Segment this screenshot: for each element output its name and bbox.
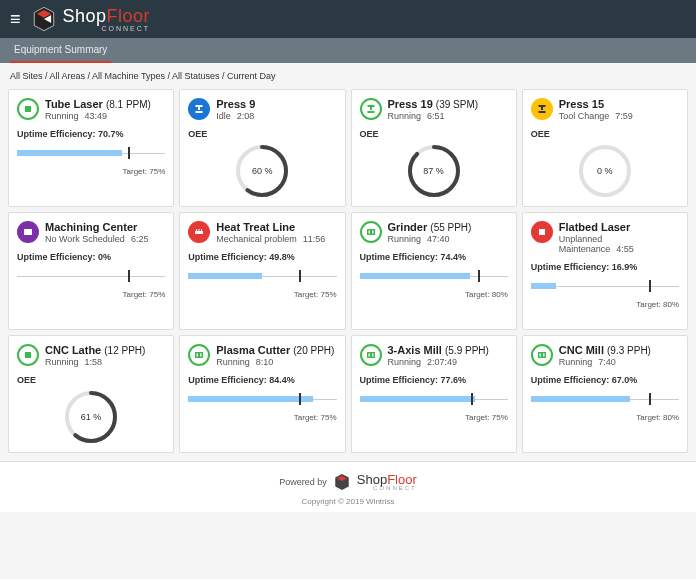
equipment-status: Mechanical problem11:56 (216, 234, 336, 244)
card-header: CNC Lathe (12 PPH) Running1:58 (17, 344, 165, 367)
metric-label: Uptime Efficiency: 70.7% (17, 129, 165, 139)
equipment-card[interactable]: Heat Treat Line Mechanical problem11:56 … (179, 212, 345, 330)
status-icon (531, 344, 553, 366)
equipment-status: Running6:51 (388, 111, 508, 121)
equipment-card[interactable]: CNC Lathe (12 PPH) Running1:58 OEE 61 % (8, 335, 174, 453)
equipment-rate: (5.9 PPH) (445, 345, 489, 356)
svg-rect-24 (199, 229, 200, 231)
card-header: Heat Treat Line Mechanical problem11:56 (188, 221, 336, 244)
equipment-name: Tube Laser (8.1 PPM) (45, 98, 165, 110)
page-footer: Powered by ShopFloor CONNECT Copyright ©… (0, 461, 696, 512)
metric-value: 77.6% (441, 375, 467, 385)
equipment-rate: (8.1 PPM) (106, 99, 151, 110)
equipment-name: Machining Center (45, 221, 165, 233)
status-time: 2:07:49 (427, 357, 457, 367)
equipment-rate: (39 SPM) (436, 99, 478, 110)
target-label: Target: 75% (17, 290, 165, 299)
status-time: 7:40 (598, 357, 616, 367)
equipment-rate: (12 PPH) (104, 345, 145, 356)
gauge-value: 87 % (407, 144, 461, 198)
status-icon (360, 344, 382, 366)
metric-label: Uptime Efficiency: 16.9% (531, 262, 679, 272)
svg-rect-21 (29, 231, 31, 234)
svg-rect-35 (200, 354, 202, 357)
app-header: ≡ ShopFloor CONNECT (0, 0, 696, 38)
svg-rect-41 (543, 354, 545, 357)
equipment-status: Running1:58 (45, 357, 165, 367)
metric-label: Uptime Efficiency: 67.0% (531, 375, 679, 385)
svg-rect-38 (372, 354, 374, 357)
target-label: Target: 75% (188, 413, 336, 422)
equipment-card[interactable]: 3-Axis Mill (5.9 PPH) Running2:07:49 Upt… (351, 335, 517, 453)
svg-rect-25 (201, 229, 202, 231)
menu-icon[interactable]: ≡ (10, 9, 21, 30)
equipment-name: 3-Axis Mill (5.9 PPH) (388, 344, 508, 356)
equipment-rate: (9.3 PPH) (607, 345, 651, 356)
metric-value: 0% (98, 252, 111, 262)
efficiency-bar (188, 389, 336, 411)
svg-rect-9 (367, 105, 374, 107)
equipment-name: Press 9 (216, 98, 336, 110)
svg-rect-40 (539, 354, 541, 357)
metric-label: OEE (188, 129, 336, 139)
svg-rect-6 (196, 111, 203, 113)
svg-rect-34 (197, 354, 199, 357)
svg-rect-4 (196, 105, 203, 107)
target-label: Target: 75% (360, 413, 508, 422)
equipment-card[interactable]: Machining Center No Work Scheduled6:25 U… (8, 212, 174, 330)
metric-label: Uptime Efficiency: 74.4% (360, 252, 508, 262)
powered-by-label: Powered by (279, 477, 327, 487)
metric-value: 67.0% (612, 375, 638, 385)
efficiency-bar (360, 389, 508, 411)
svg-rect-19 (24, 229, 32, 235)
metric-label: OEE (17, 375, 165, 385)
equipment-rate: (20 PPH) (293, 345, 334, 356)
svg-rect-39 (538, 352, 546, 358)
equipment-card[interactable]: Press 15 Tool Change7:59 OEE 0 % (522, 89, 688, 207)
svg-rect-20 (26, 231, 28, 234)
gauge: 0 % (531, 143, 679, 198)
equipment-card[interactable]: CNC Mill (9.3 PPH) Running7:40 Uptime Ef… (522, 335, 688, 453)
svg-rect-14 (538, 105, 545, 107)
status-time: 47:40 (427, 234, 450, 244)
breadcrumb[interactable]: All Sites / All Areas / All Machine Type… (0, 63, 696, 89)
svg-rect-10 (370, 107, 372, 110)
gauge: 61 % (17, 389, 165, 444)
target-label: Target: 80% (531, 300, 679, 309)
card-header: Plasma Cutter (20 PPH) Running8:10 (188, 344, 336, 367)
tab-bar: Equipment Summary (0, 38, 696, 63)
equipment-card[interactable]: Press 19 (39 SPM) Running6:51 OEE 87 % (351, 89, 517, 207)
status-icon (360, 221, 382, 243)
equipment-card[interactable]: Flatbed Laser Unplanned Maintenance4:55 … (522, 212, 688, 330)
efficiency-bar (188, 266, 336, 288)
svg-rect-37 (368, 354, 370, 357)
equipment-card[interactable]: Grinder (55 PPH) Running47:40 Uptime Eff… (351, 212, 517, 330)
metric-value: 49.8% (269, 252, 295, 262)
card-header: Press 9 Idle2:08 (188, 98, 336, 121)
equipment-status: Running2:07:49 (388, 357, 508, 367)
svg-rect-3 (25, 106, 31, 112)
status-time: 7:59 (615, 111, 633, 121)
equipment-card[interactable]: Press 9 Idle2:08 OEE 60 % (179, 89, 345, 207)
status-icon (188, 98, 210, 120)
equipment-rate: (55 PPH) (430, 222, 471, 233)
tab-equipment-summary[interactable]: Equipment Summary (10, 38, 111, 63)
card-header: Grinder (55 PPH) Running47:40 (360, 221, 508, 244)
equipment-status: Running43:49 (45, 111, 165, 121)
equipment-card[interactable]: Tube Laser (8.1 PPM) Running43:49 Uptime… (8, 89, 174, 207)
status-time: 4:55 (616, 244, 634, 254)
equipment-card[interactable]: Plasma Cutter (20 PPH) Running8:10 Uptim… (179, 335, 345, 453)
brand-sub: CONNECT (63, 25, 151, 32)
gauge-value: 61 % (64, 390, 118, 444)
metric-label: Uptime Efficiency: 77.6% (360, 375, 508, 385)
metric-label: Uptime Efficiency: 84.4% (188, 375, 336, 385)
metric-label: OEE (531, 129, 679, 139)
equipment-status: Unplanned Maintenance4:55 (559, 234, 679, 254)
svg-rect-22 (195, 231, 203, 234)
svg-rect-36 (367, 352, 375, 358)
status-icon (360, 98, 382, 120)
gauge: 87 % (360, 143, 508, 198)
metric-value: 84.4% (269, 375, 295, 385)
svg-rect-33 (195, 352, 203, 358)
metric-label: Uptime Efficiency: 0% (17, 252, 165, 262)
